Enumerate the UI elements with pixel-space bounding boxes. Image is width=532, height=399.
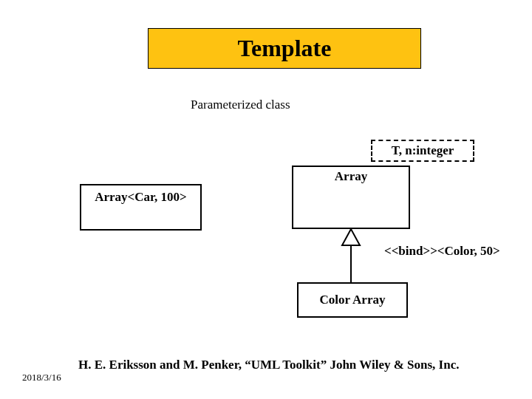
date-footer: 2018/3/16 [22,372,61,383]
subtitle: Parameterized class [191,98,290,112]
inheritance-arrowhead [342,229,360,245]
bind-stereotype: <<bind>><Color, 50> [384,244,500,259]
box-array-car-label: Array<Car, 100> [95,190,187,204]
box-template-param-label: T, n:integer [392,143,454,158]
box-template-param: T, n:integer [371,140,474,162]
box-color-array-label: Color Array [320,293,386,307]
box-array-body [292,186,410,229]
box-color-array: Color Array [297,282,408,318]
title-banner: Template [148,28,421,69]
box-array-car: Array<Car, 100> [80,184,202,231]
box-array-label: Array [335,169,367,184]
citation: H. E. Eriksson and M. Penker, “UML Toolk… [78,358,459,372]
box-array-header: Array [292,166,410,188]
title-text: Template [238,35,332,62]
